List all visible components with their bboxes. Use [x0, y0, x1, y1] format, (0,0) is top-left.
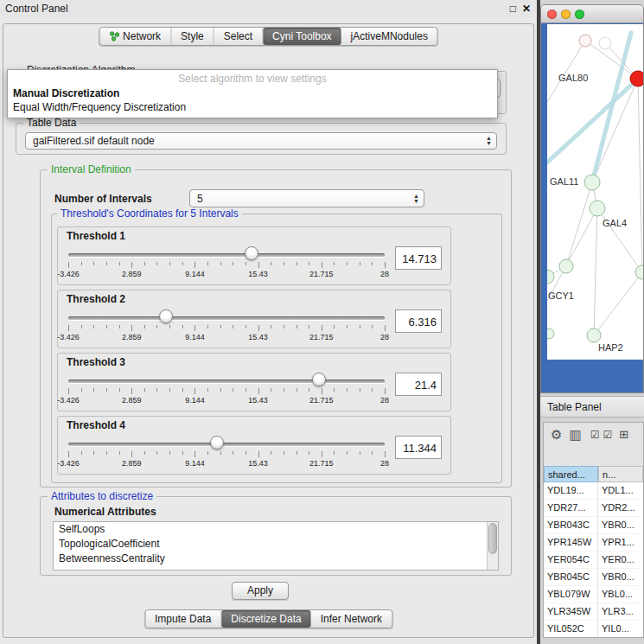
bottom-tab-infer-network[interactable]: Infer Network: [311, 610, 392, 628]
tab-label: Discretize Data: [231, 613, 301, 625]
attribute-list-item[interactable]: SelfLoops: [54, 522, 498, 537]
threshold-slider[interactable]: -3.4262.8599.14415.4321.71528: [67, 433, 386, 471]
network-node[interactable]: [559, 259, 573, 273]
bottom-tab-impute-data[interactable]: Impute Data: [145, 610, 221, 628]
numerical-attributes-label: Numerical Attributes: [54, 506, 156, 518]
network-node-label: GAL11: [550, 176, 578, 187]
slider-thumb-icon[interactable]: [312, 373, 326, 386]
threshold-value-field[interactable]: 14.713: [395, 246, 442, 270]
scale-label: 2.859: [122, 333, 142, 341]
network-node[interactable]: [590, 201, 605, 216]
tick-mark: [271, 262, 271, 265]
network-thick-edge[interactable]: [547, 80, 636, 163]
tick-mark: [144, 388, 145, 392]
network-node[interactable]: [584, 175, 600, 190]
threshold-slider[interactable]: -3.4262.8599.14415.4321.71528: [67, 370, 386, 408]
close-traffic-light-icon[interactable]: [547, 10, 557, 19]
threshold-slider[interactable]: -3.4262.8599.14415.4321.71528: [67, 244, 386, 282]
network-edge[interactable]: [547, 41, 585, 102]
scale-label: 2.859: [122, 270, 142, 278]
zoom-traffic-light-icon[interactable]: [575, 10, 584, 19]
tab-style[interactable]: Style: [171, 28, 214, 45]
slider-ticks: [68, 388, 385, 395]
slider-thumb-icon[interactable]: [245, 246, 258, 260]
slider-track[interactable]: [68, 379, 385, 383]
network-edge[interactable]: [547, 208, 597, 301]
scale-label: 28: [380, 396, 389, 405]
numerical-attributes-list[interactable]: SelfLoopsTopologicalCoefficientBetweenne…: [53, 521, 499, 571]
tick-mark: [372, 451, 373, 455]
tick-mark: [347, 388, 348, 392]
list-scrollbar[interactable]: [487, 522, 498, 570]
table-row[interactable]: YBR045CYBR0...: [544, 569, 643, 586]
tab-jactivemnodules[interactable]: jActiveMNodules: [341, 28, 437, 45]
slider-track[interactable]: [68, 316, 385, 320]
tab-cyni-toolbox[interactable]: Cyni Toolbox: [263, 28, 341, 45]
network-node[interactable]: [635, 265, 644, 279]
gear-icon[interactable]: ⚙: [551, 429, 562, 441]
select-none-icon[interactable]: ☑: [603, 429, 612, 441]
column-header-name[interactable]: n...: [598, 466, 643, 482]
list-scrollbar-thumb[interactable]: [488, 523, 497, 554]
network-edge[interactable]: [585, 41, 638, 79]
table-row[interactable]: YIL052CYIL0...: [544, 621, 643, 637]
table-row[interactable]: YDL19...YDL1...: [544, 482, 643, 500]
network-node[interactable]: [547, 328, 554, 339]
network-node-selected[interactable]: [630, 71, 644, 86]
cell-shared-name: YPR145W: [544, 534, 598, 551]
network-node[interactable]: [599, 37, 611, 49]
threshold-value-field[interactable]: 21.4: [395, 373, 442, 396]
tab-select[interactable]: Select: [214, 28, 263, 45]
tick-mark: [322, 388, 322, 394]
table-data-combo[interactable]: galFiltered.sif default node ▲▼: [25, 132, 497, 150]
float-window-icon[interactable]: □: [510, 3, 516, 15]
tick-mark: [372, 388, 373, 392]
threshold-value-field[interactable]: 6.316: [395, 309, 442, 333]
tick-mark: [144, 325, 145, 328]
columns-icon[interactable]: ▥: [569, 429, 581, 441]
tick-mark: [156, 388, 157, 392]
tab-network[interactable]: Network: [99, 28, 171, 45]
tick-mark: [258, 451, 259, 457]
table-row[interactable]: YPR145WYPR1...: [544, 534, 643, 552]
slider-track[interactable]: [68, 253, 385, 257]
algorithm-option-manual-discretization[interactable]: Manual Discretization: [8, 86, 497, 100]
slider-thumb-icon[interactable]: [210, 436, 224, 450]
table-row[interactable]: YLR345WYLR3...: [544, 603, 643, 621]
network-node[interactable]: [579, 35, 591, 47]
attribute-list-item[interactable]: BetweennessCentrality: [54, 552, 498, 566]
tick-mark: [385, 262, 386, 268]
tick-mark: [207, 388, 208, 392]
threshold-value-field[interactable]: 11.344: [395, 436, 442, 459]
bottom-tab-discretize-data[interactable]: Discretize Data: [221, 610, 310, 628]
network-edge[interactable]: [594, 272, 642, 335]
attribute-list-item[interactable]: TopologicalCoefficient: [54, 537, 498, 552]
network-canvas[interactable]: GAL80GAL11GAL4GCY1HAP2: [547, 24, 644, 360]
network-edge[interactable]: [638, 79, 642, 272]
select-all-icon[interactable]: ☑: [590, 429, 600, 441]
network-node[interactable]: [547, 270, 554, 284]
tick-mark: [258, 262, 259, 268]
close-window-icon[interactable]: ✕: [522, 3, 531, 15]
network-edge[interactable]: [594, 208, 597, 335]
table-panel-header: Table Panel: [540, 396, 644, 418]
tick-mark: [182, 388, 183, 392]
tick-mark: [360, 325, 360, 328]
slider-ticks: [68, 325, 385, 332]
table-row[interactable]: YDR27...YDR2...: [544, 500, 643, 517]
column-header-shared-name[interactable]: shared...: [544, 466, 598, 482]
threshold-slider[interactable]: -3.4262.8599.14415.4321.71528: [67, 307, 386, 345]
minimize-traffic-light-icon[interactable]: [561, 10, 571, 19]
number-of-intervals-combo[interactable]: 5 ▲▼: [189, 189, 424, 207]
algorithm-option-equal-width-frequency-discretization[interactable]: Equal Width/Frequency Discretization: [8, 100, 497, 114]
table-row[interactable]: YBL079WYBL0...: [544, 586, 643, 603]
network-node[interactable]: [587, 328, 601, 342]
table-row[interactable]: YBR043CYBR0...: [544, 517, 643, 534]
grid-icon[interactable]: ⊞: [619, 429, 628, 441]
tick-mark: [182, 325, 183, 328]
apply-button[interactable]: Apply: [232, 582, 289, 600]
slider-track[interactable]: [68, 443, 385, 446]
table-row[interactable]: YER054CYER0...: [544, 552, 643, 569]
cell-shared-name: YDR27...: [544, 500, 598, 516]
slider-thumb-icon[interactable]: [159, 309, 173, 323]
